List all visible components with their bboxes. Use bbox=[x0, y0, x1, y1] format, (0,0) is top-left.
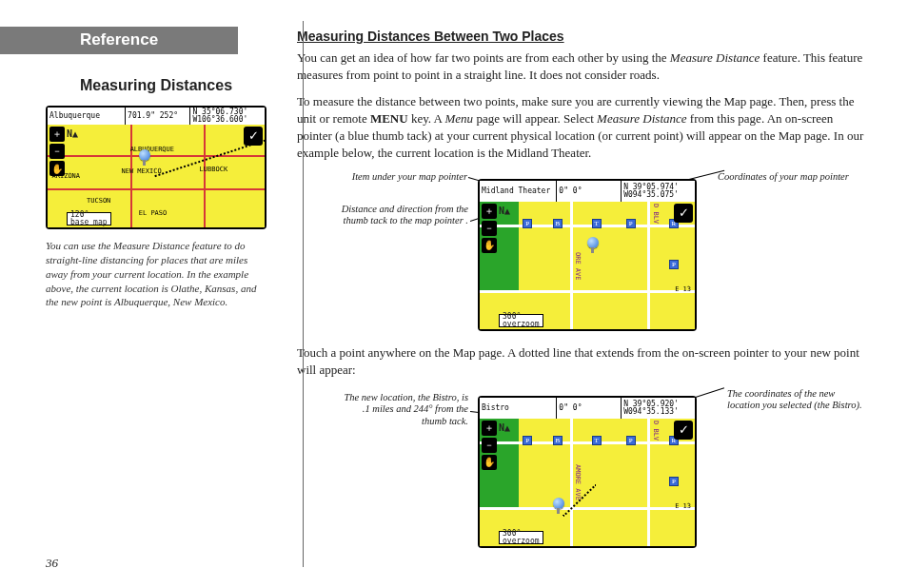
p2b: key. A bbox=[408, 111, 445, 126]
check-icon[interactable]: ✓ bbox=[674, 421, 693, 440]
map-label-elpaso: EL PASO bbox=[139, 209, 168, 217]
gps-coords: N 35°06.730' W106°36.600' bbox=[192, 108, 263, 124]
gps-sidebar-f2: ＋ － ✋ bbox=[482, 421, 497, 470]
gps-sidebar: ＋ － ✋ bbox=[49, 127, 65, 176]
poi-icon: P bbox=[523, 219, 532, 228]
zoom-out-icon[interactable]: － bbox=[482, 221, 497, 236]
scale-bar: 120° base map bbox=[67, 212, 111, 225]
gps-item-title-f2: Bistro bbox=[482, 404, 554, 412]
gps-sidebar-f1: ＋ － ✋ bbox=[482, 204, 497, 253]
poi-icon: B bbox=[553, 219, 563, 228]
zoom-out-icon[interactable]: － bbox=[482, 438, 497, 453]
scale-bar-f2: 300° overzoom bbox=[499, 531, 543, 544]
street-label: D BLV bbox=[652, 421, 660, 441]
thumb-tack-icon bbox=[139, 149, 150, 161]
map-label-tucson: TUCSON bbox=[87, 197, 110, 205]
callout-dist-dir: Distance and direction from the thumb ta… bbox=[324, 204, 468, 227]
p2-key: MENU bbox=[370, 111, 408, 126]
left-caption: You can use the Measure Distance feature… bbox=[46, 239, 266, 309]
street-label: D BLV bbox=[652, 204, 660, 224]
zoom-out-icon[interactable]: － bbox=[49, 144, 65, 159]
page-number: 36 bbox=[46, 556, 58, 571]
scale-label: overzoom bbox=[503, 321, 540, 328]
gps-screenshot-fig2: Bistro 0" 0° N 39°05.920' W094°35.133' P… bbox=[478, 396, 697, 548]
route-label: E 13 bbox=[675, 285, 691, 293]
gps-topbar: Albuquerque 701.9" 252° N 35°06.730' W10… bbox=[48, 108, 265, 125]
poi-icon: P bbox=[669, 260, 679, 269]
north-icon: N▲ bbox=[67, 128, 78, 139]
gps-distdir-f1: 0" 0° bbox=[559, 187, 619, 195]
callout-coords: Coordinates of your map pointer bbox=[718, 171, 870, 184]
p1-em: Measure Distance bbox=[670, 50, 760, 65]
gps-map-f2: P B T P R P AMORE AVE D BLV E 13 ＋ － bbox=[480, 419, 695, 546]
left-subheading: Measuring Distances bbox=[46, 77, 266, 94]
scale-label: overzoom bbox=[503, 538, 540, 545]
p2-em2: Measure Distance bbox=[597, 111, 686, 126]
thumb-tack-icon bbox=[553, 498, 564, 509]
check-icon[interactable]: ✓ bbox=[244, 127, 263, 146]
poi-icon: P bbox=[626, 436, 636, 445]
p2c: page will appear. Select bbox=[473, 111, 597, 126]
section-title: Measuring Distances Between Two Places bbox=[297, 29, 870, 44]
paragraph-3: Touch a point anywhere on the Map page. … bbox=[297, 344, 870, 379]
hand-icon[interactable]: ✋ bbox=[482, 455, 497, 470]
paragraph-2: To measure the distance between two poin… bbox=[297, 93, 870, 162]
p2-em1: Menu bbox=[445, 111, 474, 126]
callout-item-pointer: Item under your map pointer bbox=[310, 171, 467, 184]
gps-map-f1: P B T P R P ORE AVE D BLV E 13 ＋ － ✋ bbox=[480, 202, 695, 329]
paragraph-1: You can get an idea of how far two point… bbox=[297, 49, 870, 84]
gps-item-title-f1: Midland Theater bbox=[482, 187, 554, 195]
check-icon[interactable]: ✓ bbox=[674, 204, 693, 223]
callout-bistro-coords: The coordinates of the new location you … bbox=[727, 388, 870, 412]
map-label-albuquerque: ALBUQUERQUE bbox=[130, 146, 174, 153]
gps-map: ALBUQUERQUE NEW MEXICO ARIZONA LUBBOCK T… bbox=[48, 125, 265, 227]
gps-topbar-fig2: Bistro 0" 0° N 39°05.920' W094°35.133' bbox=[480, 398, 695, 419]
poi-icon: T bbox=[592, 436, 602, 445]
zoom-in-icon[interactable]: ＋ bbox=[482, 204, 497, 219]
p1a: You can get an idea of how far two point… bbox=[297, 50, 670, 65]
gps-screenshot-fig1: Midland Theater 0" 0° N 39°05.974' W094°… bbox=[478, 179, 697, 331]
poi-icon: B bbox=[553, 436, 563, 445]
gps-distdir-f2: 0" 0° bbox=[559, 404, 619, 412]
poi-icon: P bbox=[523, 436, 532, 445]
gps-distdir: 701.9" 252° bbox=[128, 112, 188, 120]
callout-bistro: The new location, the Bistro, is .1 mile… bbox=[339, 392, 468, 428]
figure-2: The new location, the Bistro, is .1 mile… bbox=[297, 388, 870, 555]
gps-coords-f1: N 39°05.974' W094°35.075' bbox=[623, 184, 693, 199]
hand-icon[interactable]: ✋ bbox=[482, 238, 497, 253]
map-label-lubbock: LUBBOCK bbox=[200, 166, 228, 173]
poi-icon: T bbox=[592, 219, 602, 228]
thumb-tack-icon bbox=[587, 237, 599, 248]
hand-icon[interactable]: ✋ bbox=[49, 161, 65, 176]
street-label: AMORE AVE bbox=[574, 464, 582, 500]
map-label-nm: NEW MEXICO bbox=[122, 167, 162, 175]
route-label: E 13 bbox=[675, 502, 691, 510]
north-icon: N▲ bbox=[499, 206, 510, 216]
gps-screenshot-left: Albuquerque 701.9" 252° N 35°06.730' W10… bbox=[46, 106, 266, 229]
north-icon: N▲ bbox=[499, 422, 510, 433]
poi-icon: P bbox=[669, 477, 679, 486]
figure-1: Item under your map pointer Distance and… bbox=[297, 171, 870, 343]
gps-coords-f2: N 39°05.920' W094°35.133' bbox=[623, 401, 693, 416]
scale-label: base map bbox=[70, 219, 108, 226]
zoom-in-icon[interactable]: ＋ bbox=[482, 421, 497, 436]
street-label: ORE AVE bbox=[574, 252, 582, 281]
reference-banner: Reference bbox=[0, 27, 238, 54]
zoom-in-icon[interactable]: ＋ bbox=[49, 127, 65, 142]
gps-topbar-fig1: Midland Theater 0" 0° N 39°05.974' W094°… bbox=[480, 181, 695, 202]
poi-icon: P bbox=[626, 219, 636, 228]
gps-item-title: Albuquerque bbox=[49, 112, 123, 120]
scale-bar-f1: 300° overzoom bbox=[499, 314, 543, 327]
